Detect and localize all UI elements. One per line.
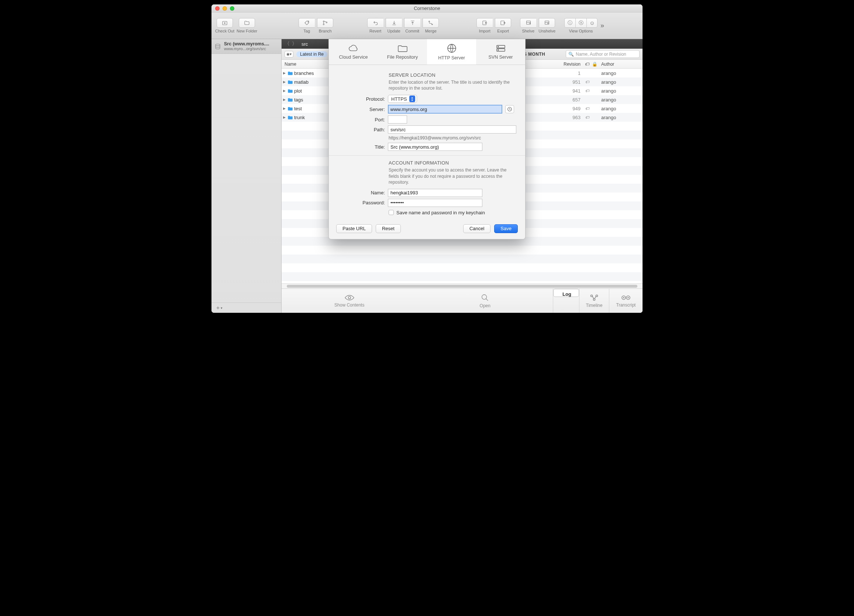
title-input[interactable] bbox=[388, 143, 482, 151]
account-info-heading: ACCOUNT INFORMATION bbox=[389, 160, 517, 166]
row-revision: 951 bbox=[554, 79, 584, 85]
filter-pill[interactable]: Latest in Re bbox=[296, 51, 327, 57]
port-input[interactable] bbox=[388, 116, 407, 123]
footer-show-contents[interactable]: Show Contents bbox=[282, 289, 418, 313]
svg-point-2 bbox=[323, 21, 325, 22]
import-button[interactable]: Import bbox=[476, 18, 493, 33]
row-tag-icon: 🏷 bbox=[584, 88, 591, 93]
svg-rect-7 bbox=[526, 21, 530, 24]
unshelve-button[interactable]: Unshelve bbox=[538, 18, 556, 33]
row-author: arango bbox=[598, 70, 642, 76]
zoom-window-button[interactable] bbox=[230, 6, 234, 11]
row-author: arango bbox=[598, 115, 642, 120]
svg-point-11 bbox=[482, 294, 487, 299]
disclosure-icon[interactable]: ▶ bbox=[282, 98, 287, 102]
new-folder-button[interactable]: New Folder bbox=[236, 18, 258, 33]
disclosure-icon[interactable]: ▶ bbox=[282, 80, 287, 84]
row-author: arango bbox=[598, 88, 642, 94]
empty-row bbox=[282, 246, 642, 254]
history-button[interactable] bbox=[505, 105, 514, 113]
repo-subtitle: www.myro...org/svn/src bbox=[224, 47, 269, 51]
filter-month-label: IS MONTH bbox=[522, 52, 545, 57]
tab-file-repository[interactable]: File Repository bbox=[378, 39, 427, 65]
account-name-input[interactable] bbox=[388, 189, 482, 197]
branch-button[interactable]: Branch bbox=[316, 18, 334, 33]
svg-point-25 bbox=[498, 49, 499, 50]
path-crumb[interactable]: src bbox=[302, 41, 308, 47]
toolbar-overflow-icon[interactable]: » bbox=[600, 22, 606, 29]
shelve-button[interactable]: Shelve bbox=[519, 18, 537, 33]
keychain-checkbox[interactable]: Save name and password in my keychain bbox=[389, 210, 517, 215]
repo-icon bbox=[214, 43, 221, 50]
sidebar-repo-item[interactable]: Src (www.myroms.... www.myro...org/svn/s… bbox=[212, 39, 281, 54]
save-button[interactable]: Save bbox=[494, 224, 518, 233]
commit-button[interactable]: Commit bbox=[403, 18, 421, 33]
add-icon[interactable]: ＋▾ bbox=[215, 304, 223, 311]
checkbox-icon bbox=[389, 210, 394, 215]
server-label: Server: bbox=[337, 106, 385, 112]
row-revision: 963 bbox=[554, 115, 584, 120]
repo-title: Src (www.myroms.... bbox=[224, 41, 269, 47]
sheet-footer: Paste URL Reset Cancel Save bbox=[329, 221, 525, 239]
tab-cloud-service[interactable]: Cloud Service bbox=[329, 39, 378, 65]
svg-point-10 bbox=[348, 296, 351, 299]
footer-open[interactable]: Open bbox=[418, 289, 553, 313]
col-revision[interactable]: Revision bbox=[554, 62, 584, 67]
paste-url-button[interactable]: Paste URL bbox=[336, 224, 372, 233]
server-location-heading: SERVER LOCATION bbox=[389, 72, 517, 78]
view-options-button[interactable]: ⓘ ⓧ ⊙ View Options bbox=[564, 18, 598, 33]
path-label: Path: bbox=[337, 127, 385, 132]
search-input[interactable]: 🔍 Name, Author or Revision bbox=[566, 50, 640, 58]
footer-transcript[interactable]: Transcript bbox=[609, 289, 642, 313]
tab-http-server[interactable]: HTTP Server bbox=[427, 39, 476, 65]
protocol-label: Protocol: bbox=[337, 96, 385, 102]
toolbar: Check Out New Folder Tag Branch Revert bbox=[212, 12, 642, 39]
col-author[interactable]: Author bbox=[598, 62, 642, 67]
svg-point-1 bbox=[308, 21, 308, 22]
server-input[interactable] bbox=[388, 105, 502, 114]
minimize-window-button[interactable] bbox=[223, 6, 227, 11]
tab-svn-server[interactable]: SVN Server bbox=[476, 39, 525, 65]
search-icon: 🔍 bbox=[568, 52, 574, 57]
app-window: Cornerstone Check Out New Folder Tag Bra… bbox=[212, 5, 642, 313]
path-input[interactable] bbox=[388, 125, 516, 134]
col-tag-icon[interactable]: 🏷 bbox=[584, 62, 591, 67]
folder-icon bbox=[287, 88, 293, 93]
footer-timeline[interactable]: Timeline bbox=[580, 289, 609, 313]
close-window-button[interactable] bbox=[215, 6, 220, 11]
protocol-select[interactable]: HTTPS ▲▼ bbox=[388, 95, 417, 103]
port-label: Port: bbox=[337, 117, 385, 122]
row-tag-icon: 🏷 bbox=[584, 106, 591, 111]
folder-icon bbox=[287, 115, 293, 120]
footer-log[interactable]: Log bbox=[553, 289, 579, 297]
horizontal-scrollbar[interactable] bbox=[282, 283, 642, 289]
sheet-tabs: Cloud Service File Repository HTTP Serve… bbox=[329, 39, 525, 65]
empty-row bbox=[282, 272, 642, 281]
row-author: arango bbox=[598, 97, 642, 103]
merge-button[interactable]: Merge bbox=[422, 18, 439, 33]
checkout-button[interactable]: Check Out bbox=[214, 18, 235, 33]
nav-forward-button[interactable]: 〉 bbox=[292, 41, 297, 47]
nav-back-button[interactable]: 〈 bbox=[285, 41, 290, 47]
reset-button[interactable]: Reset bbox=[376, 224, 401, 233]
empty-row bbox=[282, 263, 642, 272]
col-lock-icon[interactable]: 🔒 bbox=[591, 62, 598, 67]
row-revision: 949 bbox=[554, 106, 584, 111]
disclosure-icon[interactable]: ▶ bbox=[282, 89, 287, 93]
tag-button[interactable]: Tag bbox=[298, 18, 316, 33]
folder-icon bbox=[287, 80, 293, 84]
empty-row bbox=[282, 254, 642, 263]
account-name-label: Name: bbox=[337, 190, 385, 196]
disclosure-icon[interactable]: ▶ bbox=[282, 116, 287, 119]
row-author: arango bbox=[598, 106, 642, 111]
password-input[interactable] bbox=[388, 199, 482, 207]
update-button[interactable]: Update bbox=[385, 18, 403, 33]
cancel-button[interactable]: Cancel bbox=[463, 224, 491, 233]
footer-tabs: Show Contents Open Log Timeline bbox=[282, 289, 642, 313]
export-button[interactable]: Export bbox=[494, 18, 512, 33]
revert-button[interactable]: Revert bbox=[366, 18, 384, 33]
account-info-desc: Specify the account you use to access th… bbox=[389, 167, 517, 185]
disclosure-icon[interactable]: ▶ bbox=[282, 71, 287, 75]
filter-gear-button[interactable]: ◉▾ bbox=[285, 51, 293, 58]
disclosure-icon[interactable]: ▶ bbox=[282, 106, 287, 110]
